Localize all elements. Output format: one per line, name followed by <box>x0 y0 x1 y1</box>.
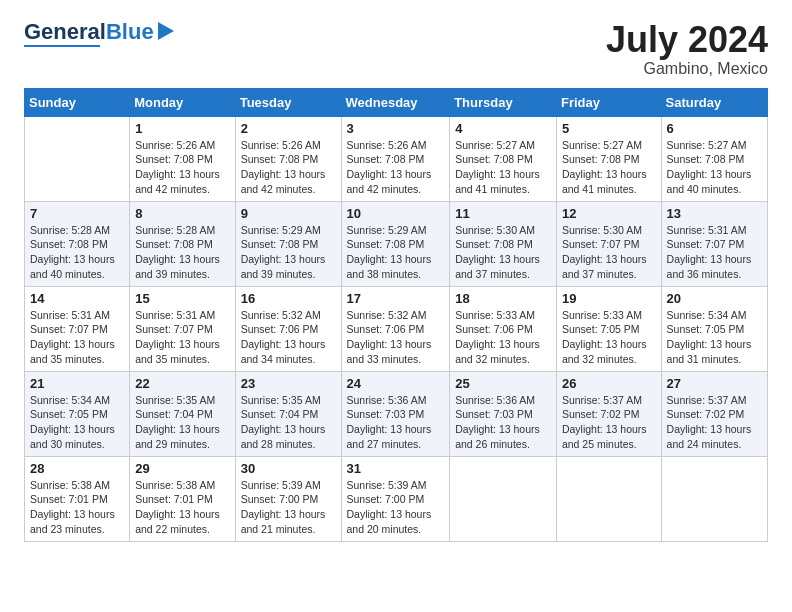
day-number: 4 <box>455 121 551 136</box>
day-info: Sunrise: 5:28 AMSunset: 7:08 PMDaylight:… <box>30 223 124 282</box>
day-info: Sunrise: 5:38 AMSunset: 7:01 PMDaylight:… <box>30 478 124 537</box>
day-number: 17 <box>347 291 445 306</box>
day-number: 1 <box>135 121 229 136</box>
day-number: 16 <box>241 291 336 306</box>
day-number: 8 <box>135 206 229 221</box>
day-info: Sunrise: 5:31 AMSunset: 7:07 PMDaylight:… <box>135 308 229 367</box>
table-row: 17Sunrise: 5:32 AMSunset: 7:06 PMDayligh… <box>341 286 450 371</box>
day-info: Sunrise: 5:33 AMSunset: 7:06 PMDaylight:… <box>455 308 551 367</box>
table-row: 8Sunrise: 5:28 AMSunset: 7:08 PMDaylight… <box>130 201 235 286</box>
day-info: Sunrise: 5:28 AMSunset: 7:08 PMDaylight:… <box>135 223 229 282</box>
table-row: 1Sunrise: 5:26 AMSunset: 7:08 PMDaylight… <box>130 116 235 201</box>
table-row <box>556 456 661 541</box>
day-info: Sunrise: 5:27 AMSunset: 7:08 PMDaylight:… <box>455 138 551 197</box>
table-row: 12Sunrise: 5:30 AMSunset: 7:07 PMDayligh… <box>556 201 661 286</box>
day-number: 24 <box>347 376 445 391</box>
day-number: 30 <box>241 461 336 476</box>
day-info: Sunrise: 5:39 AMSunset: 7:00 PMDaylight:… <box>241 478 336 537</box>
day-number: 2 <box>241 121 336 136</box>
day-number: 27 <box>667 376 762 391</box>
table-row: 18Sunrise: 5:33 AMSunset: 7:06 PMDayligh… <box>450 286 557 371</box>
header-monday: Monday <box>130 88 235 116</box>
day-info: Sunrise: 5:36 AMSunset: 7:03 PMDaylight:… <box>455 393 551 452</box>
day-info: Sunrise: 5:26 AMSunset: 7:08 PMDaylight:… <box>241 138 336 197</box>
table-row: 13Sunrise: 5:31 AMSunset: 7:07 PMDayligh… <box>661 201 767 286</box>
table-row: 11Sunrise: 5:30 AMSunset: 7:08 PMDayligh… <box>450 201 557 286</box>
logo-text: GeneralBlue <box>24 20 154 44</box>
day-number: 12 <box>562 206 656 221</box>
day-number: 7 <box>30 206 124 221</box>
header-sunday: Sunday <box>25 88 130 116</box>
day-number: 3 <box>347 121 445 136</box>
table-row: 19Sunrise: 5:33 AMSunset: 7:05 PMDayligh… <box>556 286 661 371</box>
table-row: 9Sunrise: 5:29 AMSunset: 7:08 PMDaylight… <box>235 201 341 286</box>
day-number: 10 <box>347 206 445 221</box>
day-info: Sunrise: 5:32 AMSunset: 7:06 PMDaylight:… <box>347 308 445 367</box>
table-row: 16Sunrise: 5:32 AMSunset: 7:06 PMDayligh… <box>235 286 341 371</box>
day-info: Sunrise: 5:30 AMSunset: 7:08 PMDaylight:… <box>455 223 551 282</box>
day-number: 19 <box>562 291 656 306</box>
day-info: Sunrise: 5:30 AMSunset: 7:07 PMDaylight:… <box>562 223 656 282</box>
day-info: Sunrise: 5:37 AMSunset: 7:02 PMDaylight:… <box>562 393 656 452</box>
day-info: Sunrise: 5:38 AMSunset: 7:01 PMDaylight:… <box>135 478 229 537</box>
table-row: 21Sunrise: 5:34 AMSunset: 7:05 PMDayligh… <box>25 371 130 456</box>
day-info: Sunrise: 5:35 AMSunset: 7:04 PMDaylight:… <box>241 393 336 452</box>
day-number: 26 <box>562 376 656 391</box>
table-row: 5Sunrise: 5:27 AMSunset: 7:08 PMDaylight… <box>556 116 661 201</box>
table-row: 7Sunrise: 5:28 AMSunset: 7:08 PMDaylight… <box>25 201 130 286</box>
calendar-week-row: 28Sunrise: 5:38 AMSunset: 7:01 PMDayligh… <box>25 456 768 541</box>
table-row: 31Sunrise: 5:39 AMSunset: 7:00 PMDayligh… <box>341 456 450 541</box>
weekday-header-row: Sunday Monday Tuesday Wednesday Thursday… <box>25 88 768 116</box>
day-number: 25 <box>455 376 551 391</box>
day-info: Sunrise: 5:29 AMSunset: 7:08 PMDaylight:… <box>241 223 336 282</box>
day-info: Sunrise: 5:36 AMSunset: 7:03 PMDaylight:… <box>347 393 445 452</box>
day-number: 28 <box>30 461 124 476</box>
day-number: 6 <box>667 121 762 136</box>
day-number: 14 <box>30 291 124 306</box>
day-info: Sunrise: 5:27 AMSunset: 7:08 PMDaylight:… <box>667 138 762 197</box>
day-info: Sunrise: 5:29 AMSunset: 7:08 PMDaylight:… <box>347 223 445 282</box>
table-row: 25Sunrise: 5:36 AMSunset: 7:03 PMDayligh… <box>450 371 557 456</box>
logo-arrow-icon <box>158 22 174 40</box>
table-row: 4Sunrise: 5:27 AMSunset: 7:08 PMDaylight… <box>450 116 557 201</box>
header-wednesday: Wednesday <box>341 88 450 116</box>
day-number: 11 <box>455 206 551 221</box>
table-row <box>450 456 557 541</box>
table-row: 30Sunrise: 5:39 AMSunset: 7:00 PMDayligh… <box>235 456 341 541</box>
month-year-title: July 2024 <box>606 20 768 60</box>
calendar-week-row: 14Sunrise: 5:31 AMSunset: 7:07 PMDayligh… <box>25 286 768 371</box>
day-info: Sunrise: 5:35 AMSunset: 7:04 PMDaylight:… <box>135 393 229 452</box>
day-number: 15 <box>135 291 229 306</box>
table-row <box>661 456 767 541</box>
day-number: 29 <box>135 461 229 476</box>
day-number: 5 <box>562 121 656 136</box>
calendar-table: Sunday Monday Tuesday Wednesday Thursday… <box>24 88 768 542</box>
header-friday: Friday <box>556 88 661 116</box>
day-number: 13 <box>667 206 762 221</box>
logo: GeneralBlue <box>24 20 174 47</box>
day-number: 22 <box>135 376 229 391</box>
header-tuesday: Tuesday <box>235 88 341 116</box>
table-row: 27Sunrise: 5:37 AMSunset: 7:02 PMDayligh… <box>661 371 767 456</box>
day-info: Sunrise: 5:33 AMSunset: 7:05 PMDaylight:… <box>562 308 656 367</box>
table-row: 15Sunrise: 5:31 AMSunset: 7:07 PMDayligh… <box>130 286 235 371</box>
table-row: 24Sunrise: 5:36 AMSunset: 7:03 PMDayligh… <box>341 371 450 456</box>
calendar-week-row: 21Sunrise: 5:34 AMSunset: 7:05 PMDayligh… <box>25 371 768 456</box>
day-info: Sunrise: 5:34 AMSunset: 7:05 PMDaylight:… <box>30 393 124 452</box>
calendar-week-row: 7Sunrise: 5:28 AMSunset: 7:08 PMDaylight… <box>25 201 768 286</box>
table-row: 22Sunrise: 5:35 AMSunset: 7:04 PMDayligh… <box>130 371 235 456</box>
table-row: 23Sunrise: 5:35 AMSunset: 7:04 PMDayligh… <box>235 371 341 456</box>
day-number: 9 <box>241 206 336 221</box>
day-info: Sunrise: 5:26 AMSunset: 7:08 PMDaylight:… <box>347 138 445 197</box>
day-info: Sunrise: 5:27 AMSunset: 7:08 PMDaylight:… <box>562 138 656 197</box>
header-thursday: Thursday <box>450 88 557 116</box>
day-number: 21 <box>30 376 124 391</box>
day-number: 18 <box>455 291 551 306</box>
day-info: Sunrise: 5:37 AMSunset: 7:02 PMDaylight:… <box>667 393 762 452</box>
table-row: 20Sunrise: 5:34 AMSunset: 7:05 PMDayligh… <box>661 286 767 371</box>
table-row: 3Sunrise: 5:26 AMSunset: 7:08 PMDaylight… <box>341 116 450 201</box>
day-info: Sunrise: 5:31 AMSunset: 7:07 PMDaylight:… <box>30 308 124 367</box>
table-row: 29Sunrise: 5:38 AMSunset: 7:01 PMDayligh… <box>130 456 235 541</box>
table-row: 10Sunrise: 5:29 AMSunset: 7:08 PMDayligh… <box>341 201 450 286</box>
day-info: Sunrise: 5:39 AMSunset: 7:00 PMDaylight:… <box>347 478 445 537</box>
